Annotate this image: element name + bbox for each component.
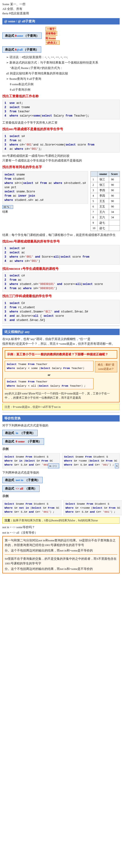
table-row: 8王六34 xyxy=(90,215,120,220)
any-query2: Select Tname From Teacher Where Salary <… xyxy=(5,378,93,389)
example3-code: select sname from student where s#<>(sel… xyxy=(2,171,88,204)
equiv-code-pair2: Select Sname From Student S Where S# not… xyxy=(2,499,120,517)
formula1-label: 表达式 xyxy=(5,34,14,37)
example3-code-result: select sname from student where s#<>(sel… xyxy=(2,170,120,232)
note1: ➢ 语法说：#也比较直接用：<, >, >=, <=, =, <>; xyxy=(6,55,120,60)
equiv-formulas: 表达式 in （子查询） 表达式 θ some （子查询） xyxy=(2,429,120,445)
s-meaning1: S#里面不在子查询集的交集，的不是交集的并集中的之中的前者，而S不里面包含在10… xyxy=(5,556,117,566)
any-callout-col: 难点：最好"是some还是all？ xyxy=(95,360,117,372)
table-row: 6王五90 xyxy=(90,204,120,209)
col-num xyxy=(90,171,97,177)
example4-section: 找出001号课程成绩最高的所有学生学号 1 select s# 2 select… xyxy=(2,239,120,265)
any-annotation-title: 示例：某工资小于任一一般的的教师的教师是谁？下面哪一种描述正确呢？ xyxy=(5,350,117,359)
final-note-box: 第一句和第二句分别对比not in和some查询的运行结果。S#是部分不在子查询… xyxy=(2,536,120,574)
any-query1: Select Tname From Teacher Where salary <… xyxy=(5,361,93,372)
example3-title: 找出所有有同名的学生名字 xyxy=(2,165,120,169)
in-note: in（=） xyxy=(48,463,59,468)
table-row: 10赵七 xyxy=(90,225,120,231)
table-row: 1张三90 xyxy=(90,177,120,182)
example3-note: 结果：每个学生每门课程的成绩，每门课程都小于60，就是所有成绩都不及格的学生 xyxy=(2,232,120,237)
section-title-any-all: @ some / @ all子查询 xyxy=(2,18,120,25)
example5-code: 1 select c# 2 from ac 3 where student.s#… xyxy=(2,272,120,292)
table-row: 4李四90 xyxy=(90,193,120,198)
formula-note-box: 一等于"没有等价"到 θsome"(的含义） xyxy=(45,27,60,45)
example6-section: 找出三门学科成绩最低的学生学号 1 select C# 2 from rc_st… xyxy=(2,294,120,323)
equiv-code-pair1: Select Sname From Student S Where S# in（… xyxy=(2,453,120,469)
formula2-label: 表达式 xyxy=(5,48,14,51)
section-title-text: @ some / @ all子查询 xyxy=(4,20,35,23)
divider2 xyxy=(2,412,120,412)
formula-box-some: 表达式 θsome （子查询） xyxy=(2,32,42,39)
section-title-equiv: 等价性变换 xyxy=(2,415,120,422)
example1-note: 工资最低应该是小于等于其所有人的工资 xyxy=(2,120,120,125)
not-in-intro2: 示例 xyxy=(2,494,120,498)
not-in-compare2: not in = <> all（没有等价） xyxy=(2,530,120,535)
header-line2: All 全部、所有 xyxy=(2,7,120,11)
any-bubble: 注意：θ=some就是in，但是θ<>all不等于not in xyxy=(2,404,120,410)
page-container: Some 某一、一些 All 全部、所有 theta θ也比较直接用 @ som… xyxy=(0,0,122,577)
section-title-equiv-text: 等价性变换 xyxy=(4,416,21,420)
note2b: "表达式 θsome (子查询)"的比较方式为： xyxy=(10,66,120,70)
section-title-any: 词义模糊的@ any xyxy=(2,329,120,335)
not-in-code1-wrap: Select Sname From Student S Where S# not… xyxy=(2,499,61,517)
example2-section: 找出001号课成绩不是最低的所有学生学号 1 select s# 2 from … xyxy=(2,127,120,163)
note5: θ some表达式示例 xyxy=(10,82,120,87)
example1-title: 找出工资最低的工作名称 xyxy=(2,94,120,99)
not-in-intro: 下列两种表达式也是等值的 xyxy=(2,470,120,475)
equiv-code2-wrap: Select Sname From Student S Where S# =so… xyxy=(62,453,120,469)
example4-title: 找出001号课程成绩最高的所有学生学号 xyxy=(2,239,120,244)
example5-title: 找出9803010 1号学生成绩最高的课程号 xyxy=(2,267,120,271)
not-in-compare1: not in = <> some等价吗？ xyxy=(2,525,120,530)
equiv-code2: Select Sname From Student S Where S# =so… xyxy=(62,453,120,468)
any-note: any的大义是θ some"的one可以一个一个的找一找 θ=some就是一个，… xyxy=(5,392,117,400)
example1-code: 1 use act; 2 select tname 3 from teacher… xyxy=(2,100,120,119)
example3-table: sname Score 1张三902张三903李四904李四905王五906王五… xyxy=(90,171,120,231)
note3: all 则是比较结果与子查询结果集的所有值比较 xyxy=(6,71,120,76)
not-in-code2: Select Sname From Student S Where S# <>s… xyxy=(63,500,122,516)
example2-note: 001号课程成绩的某一成绩与001号课程之间的比较只要有一个成绩比这小学生就这个… xyxy=(2,154,120,163)
any-intro: 在SQL标准中，也有"any"谓词，但由于其语义的模糊性，"任一"是指所有的?还… xyxy=(2,337,120,346)
example4-code: 1 select s# 2 select ac 3 where c#='001'… xyxy=(2,245,120,265)
note2: ➢ 新表达式的比较方式：与子查询结果集某一个值相比较特别是关系 xyxy=(6,60,120,65)
section-any-vague: 词义模糊的@ any 在SQL标准中，也有"any"谓词，但由于其语义的模糊性，… xyxy=(2,327,120,410)
formula-box-all: 表达式 θ@all （子查询） xyxy=(2,46,41,53)
any-annotation-box: 示例：某工资小于任一一般的的教师的教师是谁？下面哪一种描述正确呢？ Select… xyxy=(2,347,120,402)
formula-ne-all: 表达式 <> all （查询） xyxy=(2,485,39,492)
formula1-theta: θsome xyxy=(15,34,23,37)
any-callout: 难点：最好"是some还是all？ xyxy=(95,361,117,372)
formula2-paren: （子查询） xyxy=(23,48,39,51)
example3-code-part: select sname from student where s#<>(sel… xyxy=(2,170,88,214)
note6: θ all子查询示例 xyxy=(10,87,120,92)
example2-code: 1 select s# 2 from sc 3 where c#='001'an… xyxy=(2,133,120,153)
example6-title: 找出三门学科成绩最低的学生学号 xyxy=(2,294,120,299)
or-label: or xyxy=(5,373,93,377)
formula1-paren: （子查询） xyxy=(24,34,39,37)
final-note1: 第一句和第二句分别对比not in和some查询的运行结果。S#是部分不在子查询… xyxy=(5,538,117,548)
final-note2: 分。这个不包括两边对的输出的结果，而not in和=some是不等价的 xyxy=(5,548,117,553)
formula-theta-some: 表达式 θ some （子查询） xyxy=(2,438,44,445)
section-equiv: 等价性变换 对于下列两种表达式方式是等值的 表达式 in （子查询） 表达式 θ… xyxy=(2,414,120,574)
formula-in: 表达式 in （子查询） xyxy=(2,430,38,436)
not-in-code2-wrap: Select Sname From Student S Where S# <>s… xyxy=(63,499,122,517)
col-score: Score xyxy=(109,171,120,177)
equiv-code1-wrap: Select Sname From Student S Where S# in（… xyxy=(2,453,60,469)
header-line1: Some 某一、一些 xyxy=(2,2,120,7)
example1-section: 找出工资最低的工作名称 1 use act; 2 select tname 3 … xyxy=(2,94,120,125)
col-sname: sname xyxy=(97,171,109,177)
table-row: 2张三90 xyxy=(90,182,120,187)
header-line3: theta θ也比较直接用 xyxy=(2,11,120,16)
table-row: 7王六34 xyxy=(90,209,120,215)
top-header: Some 某一、一些 All 全部、所有 theta θ也比较直接用 xyxy=(2,2,120,16)
equiv-intro1: 对于下列两种表达式方式是等值的 xyxy=(2,423,120,428)
example2-title: 找出001号课成绩不是最低的所有学生学号 xyxy=(2,127,120,132)
table-row: 3李四90 xyxy=(90,187,120,193)
note4: ➢ θsome查询与 θ all子查询 xyxy=(6,76,120,81)
not-in-code1: Select Sname From Student S Where S# not… xyxy=(2,500,61,516)
s-meaning-section: S#里面不在子查询集的交集，的不是交集的并集中的之中的前者，而S不里面包含在10… xyxy=(5,554,117,571)
section-any-all: @ some / @ all子查询 表达式 θsome （子查询） 一等于"没有… xyxy=(2,17,120,92)
result-label: 00 %： xyxy=(2,205,88,209)
example3-result-part: sname Score 1张三902张三903李四904李四905王五906王五… xyxy=(90,170,120,232)
example5-section: 找出9803010 1号学生成绩最高的课程号 1 select c# 2 fro… xyxy=(2,267,120,292)
equiv-callout2: 注意：如果子查询结果为空集，S那么θsome的结果为false，θall的结果为… xyxy=(2,517,120,524)
example3-section: 找出所有有同名的学生名字 select sname from student w… xyxy=(2,165,120,237)
